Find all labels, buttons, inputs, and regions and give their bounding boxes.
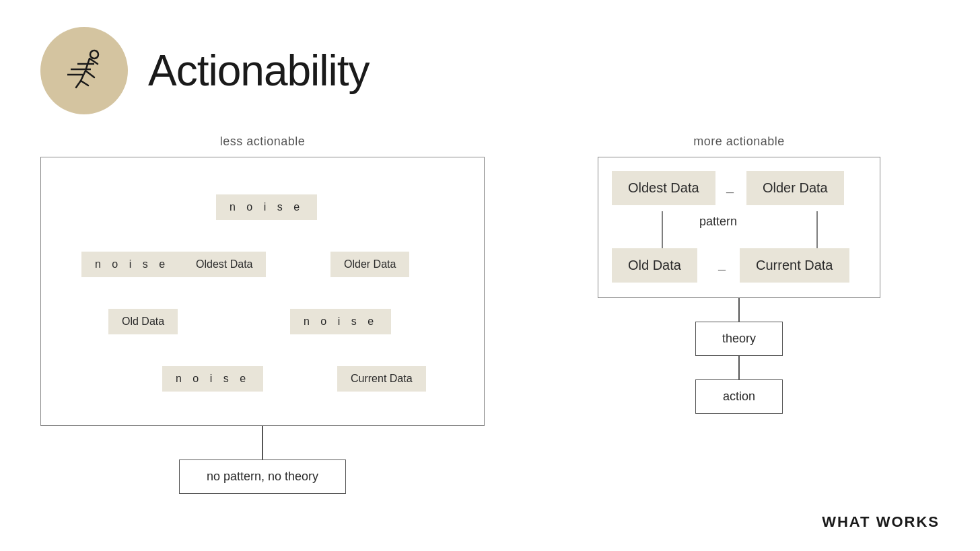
dash-bottom: – [718,260,726,278]
less-actionable-label: less actionable [220,135,306,149]
older-data-right: Older Data [746,171,844,205]
left-panel: less actionable n o i s e n o i s e Olde… [40,135,485,494]
svg-point-0 [90,50,98,59]
less-actionable-box: n o i s e n o i s e Oldest Data Older Da… [40,157,485,426]
right-connector-line-1 [738,298,740,322]
pattern-label: pattern [699,215,737,229]
actionability-icon [57,44,111,98]
oldest-data-chip: Oldest Data [182,252,266,277]
theory-box: theory [695,322,783,356]
header: Actionability [0,0,980,128]
current-data-right: Current Data [740,248,849,283]
old-data-right: Old Data [612,248,697,283]
main-content: less actionable n o i s e n o i s e Olde… [0,135,980,494]
current-data-chip: Current Data [337,366,426,392]
noise-chip-4: n o i s e [162,366,263,392]
right-panel: more actionable Oldest Data – Older Data… [538,135,940,494]
no-pattern-box: no pattern, no theory [179,460,346,494]
noise-chip-1: n o i s e [216,194,317,220]
watermark: WHAT WORKS [822,513,940,531]
more-actionable-box: Oldest Data – Older Data pattern Old Dat… [598,157,880,298]
noise-chip-2: n o i s e [81,252,182,277]
action-box: action [695,379,783,414]
more-actionable-label: more actionable [693,135,785,149]
logo-circle [40,27,128,114]
old-data-chip: Old Data [108,309,178,334]
left-connector-line [262,426,263,460]
page-title: Actionability [148,46,370,96]
oldest-data-right: Oldest Data [612,171,715,205]
noise-chip-3: n o i s e [290,309,391,334]
older-data-chip: Older Data [330,252,409,277]
dash-top: – [726,183,734,200]
right-connector-line-2 [738,356,740,379]
